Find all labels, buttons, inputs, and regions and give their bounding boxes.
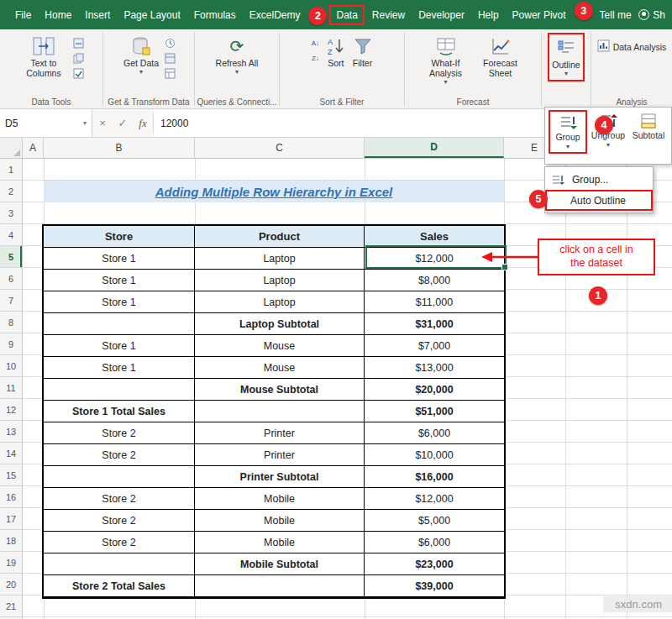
table-cell-product[interactable]: Mobile bbox=[195, 532, 365, 553]
menu-item-auto-outline[interactable]: Auto Outline bbox=[545, 190, 653, 211]
table-cell-store[interactable]: Store 1 bbox=[44, 291, 195, 313]
table-cell-sales[interactable]: $23,000 bbox=[365, 553, 504, 575]
table-cell-product[interactable]: Mobile bbox=[195, 488, 365, 510]
col-header-C[interactable]: C bbox=[195, 138, 365, 158]
table-cell-product[interactable] bbox=[195, 401, 365, 422]
row-header-18[interactable]: 18 bbox=[0, 530, 22, 552]
table-cell-product[interactable]: Mouse bbox=[195, 335, 365, 357]
table-cell-product[interactable]: Printer bbox=[195, 444, 365, 466]
table-cell-store[interactable] bbox=[44, 466, 195, 488]
table-cell-store[interactable]: Store 1 bbox=[44, 270, 195, 291]
table-cell-product[interactable] bbox=[195, 575, 365, 597]
row-header-11[interactable]: 11 bbox=[0, 377, 22, 399]
row-header-6[interactable]: 6 bbox=[0, 268, 22, 290]
row-header-13[interactable]: 13 bbox=[0, 421, 22, 443]
recent-sources-icon[interactable] bbox=[164, 37, 176, 49]
table-cell-sales[interactable]: $39,000 bbox=[365, 575, 504, 597]
name-box[interactable]: D5 ▾ bbox=[0, 109, 92, 137]
row-header-17[interactable]: 17 bbox=[0, 508, 22, 530]
table-cell-product[interactable]: Printer bbox=[195, 422, 365, 444]
table-cell-store[interactable] bbox=[44, 313, 195, 335]
table-cell-sales[interactable]: $6,000 bbox=[365, 422, 504, 444]
row-header-4[interactable]: 4 bbox=[0, 224, 22, 246]
table-cell-sales[interactable]: $6,000 bbox=[365, 532, 504, 553]
table-cell-sales[interactable]: $51,000 bbox=[365, 401, 504, 422]
table-cell-product[interactable]: Laptop Subtotal bbox=[195, 313, 365, 335]
table-cell-store[interactable] bbox=[44, 379, 195, 401]
table-cell-sales[interactable]: $7,000 bbox=[365, 335, 504, 357]
row-header-20[interactable]: 20 bbox=[0, 574, 22, 595]
row-header-16[interactable]: 16 bbox=[0, 486, 22, 508]
row-header-15[interactable]: 15 bbox=[0, 464, 22, 486]
row-header-3[interactable]: 3 bbox=[0, 202, 22, 224]
col-header-B[interactable]: B bbox=[44, 138, 195, 158]
table-cell-sales[interactable]: $20,000 bbox=[365, 379, 504, 401]
tab-exceldemy[interactable]: ExcelDemy bbox=[243, 5, 307, 25]
table-cell-sales[interactable]: $13,000 bbox=[365, 357, 504, 379]
table-cell-sales[interactable]: $12,000 bbox=[365, 488, 504, 510]
tab-help[interactable]: Help bbox=[471, 5, 506, 25]
row-header-7[interactable]: 7 bbox=[0, 290, 22, 312]
table-cell-store[interactable]: Store 1 Total Sales bbox=[44, 401, 195, 422]
select-all-corner[interactable] bbox=[0, 138, 23, 158]
menu-item-group[interactable]: Group... bbox=[545, 169, 653, 190]
table-cell-store[interactable]: Store 2 bbox=[44, 488, 195, 510]
enter-icon[interactable]: ✓ bbox=[113, 109, 133, 137]
table-header-product[interactable]: Product bbox=[195, 226, 365, 248]
tab-page-layout[interactable]: Page Layout bbox=[117, 5, 186, 25]
table-cell-store[interactable]: Store 1 bbox=[44, 335, 195, 357]
data-validation-icon[interactable] bbox=[72, 67, 85, 79]
table-cell-store[interactable]: Store 2 bbox=[44, 532, 195, 553]
insert-function-icon[interactable]: fx bbox=[133, 109, 153, 137]
group-button[interactable]: Group ▾ bbox=[549, 110, 587, 154]
row-header-8[interactable]: 8 bbox=[0, 312, 22, 333]
table-cell-sales[interactable]: $11,000 bbox=[365, 291, 504, 313]
data-analysis-button[interactable]: Data Analysis bbox=[597, 39, 667, 54]
filter-button[interactable]: Filter bbox=[350, 33, 375, 71]
table-cell-store[interactable]: Store 2 bbox=[44, 444, 195, 466]
row-header-5[interactable]: 5 bbox=[0, 246, 22, 268]
get-data-button[interactable]: Get Data ▾ bbox=[121, 33, 161, 78]
what-if-analysis-button[interactable]: What-If Analysis ▾ bbox=[420, 33, 472, 88]
row-header-1[interactable]: 1 bbox=[0, 159, 22, 181]
table-cell-store[interactable]: Store 2 bbox=[44, 510, 195, 532]
table-cell-store[interactable]: Store 1 bbox=[44, 357, 195, 379]
tab-review[interactable]: Review bbox=[365, 5, 412, 25]
tab-data[interactable]: Data bbox=[329, 5, 364, 25]
row-header-2[interactable]: 2 bbox=[0, 181, 22, 202]
table-cell-product[interactable]: Mobile Subtotal bbox=[195, 553, 365, 575]
sort-ascending-icon[interactable]: A↓ bbox=[309, 37, 322, 49]
table-cell-store[interactable]: Store 1 bbox=[44, 248, 195, 270]
from-table-icon[interactable] bbox=[164, 67, 176, 79]
table-cell-sales[interactable]: $10,000 bbox=[365, 444, 504, 466]
cancel-icon[interactable]: × bbox=[92, 109, 113, 137]
tab-formulas[interactable]: Formulas bbox=[187, 5, 243, 25]
tab-home[interactable]: Home bbox=[38, 5, 78, 25]
table-header-store[interactable]: Store bbox=[44, 226, 195, 248]
sort-button[interactable]: AZ Sort bbox=[324, 33, 348, 71]
forecast-sheet-button[interactable]: Forecast Sheet bbox=[475, 33, 527, 81]
share-button[interactable]: Sh bbox=[638, 9, 665, 21]
outline-button[interactable]: Outline ▾ bbox=[548, 33, 584, 81]
refresh-all-button[interactable]: ⟳ Refresh All ▾ bbox=[213, 33, 261, 78]
col-header-A[interactable]: A bbox=[23, 138, 44, 158]
table-cell-product[interactable]: Printer Subtotal bbox=[195, 466, 365, 488]
row-header-19[interactable]: 19 bbox=[0, 552, 22, 574]
table-cell-product[interactable]: Mobile bbox=[195, 510, 365, 532]
table-cell-sales[interactable]: $5,000 bbox=[365, 510, 504, 532]
flash-fill-icon[interactable] bbox=[72, 37, 85, 49]
table-cell-product[interactable]: Mouse Subtotal bbox=[195, 379, 365, 401]
table-cell-store[interactable]: Store 2 bbox=[44, 422, 195, 444]
row-header-14[interactable]: 14 bbox=[0, 443, 22, 464]
table-cell-product[interactable]: Mouse bbox=[195, 357, 365, 379]
subtotal-button[interactable]: Subtotal bbox=[629, 110, 668, 143]
text-to-columns-button[interactable]: Text to Columns bbox=[18, 33, 70, 81]
table-cell-sales[interactable]: $31,000 bbox=[365, 313, 504, 335]
sort-descending-icon[interactable]: Z↓ bbox=[309, 52, 322, 64]
table-cell-product[interactable]: Laptop bbox=[195, 270, 365, 291]
table-cell-store[interactable]: Store 2 Total Sales bbox=[44, 575, 195, 597]
row-header-10[interactable]: 10 bbox=[0, 355, 22, 377]
col-header-D[interactable]: D bbox=[365, 138, 504, 158]
table-header-sales[interactable]: Sales bbox=[365, 226, 504, 248]
tab-file[interactable]: File bbox=[8, 5, 38, 25]
